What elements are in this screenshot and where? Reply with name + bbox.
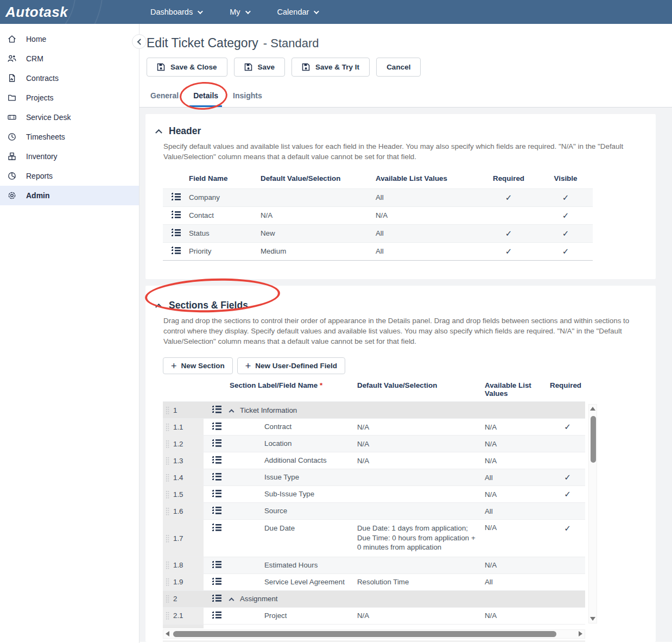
autotask-logo[interactable]: Autotask	[5, 4, 140, 21]
required-asterisk: *	[320, 381, 322, 389]
collapse-chevron-icon[interactable]	[229, 598, 234, 603]
list-menu-icon[interactable]	[172, 247, 181, 254]
default-value: N/A	[357, 439, 485, 449]
menu-calendar[interactable]: Calendar	[277, 8, 318, 16]
field-row[interactable]: 1.5 Sub-Issue Type N/A ✓	[163, 486, 585, 502]
field-row[interactable]: 1.8 Estimated Hours N/A	[163, 557, 585, 573]
header-panel: Header Specify default values and availa…	[145, 114, 656, 279]
field-row[interactable]: 1.2 Location N/A N/A	[163, 435, 585, 452]
list-menu-icon[interactable]	[172, 211, 181, 218]
cancel-button[interactable]: Cancel	[376, 58, 421, 77]
scroll-right-arrow-icon[interactable]	[579, 631, 582, 636]
tab-insights[interactable]: Insights	[233, 91, 262, 105]
save-button[interactable]: Save	[234, 58, 286, 77]
drag-handle-icon[interactable]	[166, 595, 169, 603]
sidebar-item-label: Inventory	[26, 152, 58, 161]
field-row[interactable]: 1.1 Contract N/A N/A ✓	[163, 418, 585, 435]
required-checkmark: ✓	[550, 472, 585, 482]
new-section-button[interactable]: + New Section	[163, 357, 233, 374]
list-menu-icon[interactable]	[172, 193, 181, 200]
list-menu-icon[interactable]	[172, 229, 181, 236]
drag-handle-icon[interactable]	[166, 490, 169, 499]
sidebar-item-crm[interactable]: CRM	[0, 49, 139, 68]
horizontal-scrollbar[interactable]	[163, 629, 585, 639]
available-list-values: N/A	[485, 423, 550, 431]
field-name: Status	[189, 229, 261, 237]
drag-handle-icon[interactable]	[166, 423, 169, 431]
sidebar-item-contracts[interactable]: Contracts	[0, 68, 139, 88]
field-row[interactable]: 1.7 Due Date Due Date: 1 days from appli…	[163, 519, 585, 557]
sidebar-item-projects[interactable]: Projects	[0, 88, 139, 108]
menu-my[interactable]: My	[230, 8, 249, 16]
scroll-down-arrow-icon[interactable]	[590, 617, 595, 621]
contracts-icon	[7, 73, 17, 83]
vertical-scrollbar[interactable]	[588, 404, 597, 623]
save-and-try-it-button[interactable]: Save & Try It	[291, 58, 370, 77]
field-row[interactable]: 1.3 Additional Contacts N/A N/A	[163, 452, 585, 469]
list-menu-icon[interactable]	[212, 577, 221, 585]
vertical-scrollbar-thumb[interactable]	[591, 416, 596, 463]
list-menu-icon[interactable]	[212, 524, 221, 531]
field-row[interactable]: 1.9 Service Level Agreement Resolution T…	[163, 573, 585, 590]
table-row[interactable]: Contact N/A N/A ✓	[163, 206, 593, 224]
list-menu-icon[interactable]	[212, 423, 221, 430]
field-row[interactable]: 1.4 Issue Type All ✓	[163, 469, 585, 486]
list-menu-icon[interactable]	[212, 406, 221, 413]
visible-checkmark: ✓	[538, 211, 593, 220]
new-user-defined-field-button[interactable]: + New User-Defined Field	[237, 357, 345, 374]
table-row[interactable]: Company All ✓ ✓	[163, 188, 593, 206]
sections-fields-title[interactable]: Sections & Fields	[156, 300, 641, 311]
save-and-close-button[interactable]: Save & Close	[147, 58, 227, 77]
list-menu-icon[interactable]	[212, 560, 221, 568]
drag-handle-icon[interactable]	[166, 457, 169, 465]
sidebar-item-timesheets[interactable]: Timesheets	[0, 127, 139, 147]
sidebar-item-service-desk[interactable]: Service Desk	[0, 108, 139, 127]
drag-handle-icon[interactable]	[166, 406, 169, 414]
col-available-list-values: Available List Values	[376, 174, 479, 182]
list-menu-icon[interactable]	[212, 611, 221, 619]
chevron-down-icon	[198, 9, 203, 14]
section-row[interactable]: 1 Ticket Information	[163, 401, 585, 418]
menu-dashboards[interactable]: Dashboards	[150, 8, 201, 16]
tab-details[interactable]: Details	[193, 91, 218, 105]
sidebar-item-home[interactable]: Home	[0, 29, 139, 49]
available-list-values: All	[376, 193, 479, 201]
table-row[interactable]: Priority Medium All ✓ ✓	[163, 242, 593, 260]
list-menu-icon[interactable]	[212, 594, 221, 602]
tab-general[interactable]: General	[150, 91, 179, 105]
field-name: Contact	[189, 211, 261, 219]
drag-handle-icon[interactable]	[166, 507, 169, 515]
scroll-left-arrow-icon[interactable]	[166, 631, 169, 636]
table-header-row: Field Name Default Value/Selection Avail…	[163, 174, 593, 188]
table-row[interactable]: Status New All ✓ ✓	[163, 224, 593, 242]
sidebar-item-admin[interactable]: Admin	[0, 186, 139, 205]
field-row[interactable]: 1.6 Source All	[163, 502, 585, 519]
list-menu-icon[interactable]	[212, 490, 221, 497]
drag-handle-icon[interactable]	[166, 561, 169, 569]
scroll-up-arrow-icon[interactable]	[590, 407, 595, 411]
drag-handle-icon[interactable]	[166, 474, 169, 482]
field-row[interactable]: 2.1 Project N/A N/A	[163, 607, 585, 624]
list-menu-icon[interactable]	[212, 473, 221, 481]
sidebar-item-label: Timesheets	[26, 133, 65, 141]
header-panel-title[interactable]: Header	[156, 125, 641, 137]
back-button[interactable]	[132, 34, 147, 49]
list-menu-icon[interactable]	[212, 456, 221, 464]
collapse-chevron-icon[interactable]	[229, 409, 234, 414]
sidebar-item-label: CRM	[26, 54, 43, 63]
required-checkmark: ✓	[479, 193, 538, 203]
available-list-values: N/A	[485, 612, 550, 620]
list-menu-icon[interactable]	[212, 439, 221, 447]
sidebar-item-reports[interactable]: Reports	[0, 166, 139, 186]
drag-handle-icon[interactable]	[166, 578, 169, 586]
list-menu-icon[interactable]	[212, 507, 221, 514]
drag-handle-icon[interactable]	[166, 440, 169, 448]
available-list-values: All	[485, 507, 550, 515]
menu-calendar-label: Calendar	[277, 8, 309, 16]
drag-handle-icon[interactable]	[166, 612, 169, 620]
default-value: N/A	[357, 611, 485, 621]
horizontal-scrollbar-thumb[interactable]	[173, 631, 556, 637]
section-row[interactable]: 2 Assignment	[163, 590, 585, 607]
sidebar-item-inventory[interactable]: Inventory	[0, 147, 139, 166]
drag-handle-icon[interactable]	[166, 534, 169, 543]
